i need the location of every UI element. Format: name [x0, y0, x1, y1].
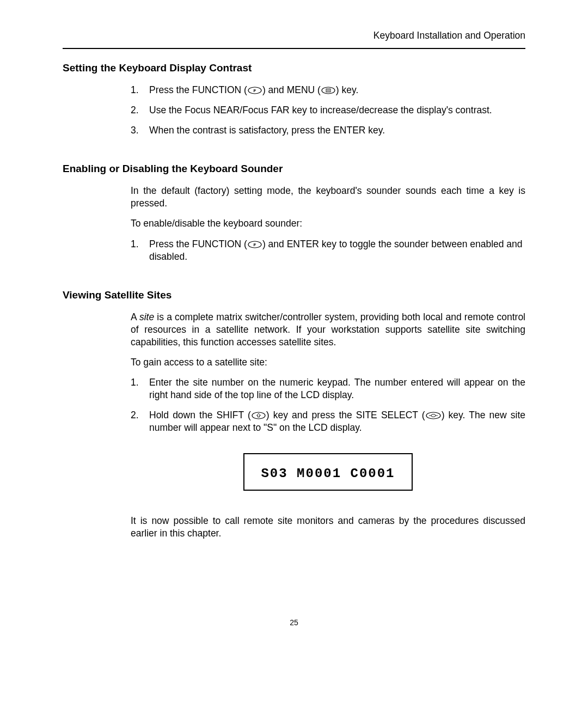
heading-satellite: Viewing Satellite Sites: [63, 289, 525, 301]
function-key-icon: F: [248, 241, 262, 248]
heading-sounder: Enabling or Disabling the Keyboard Sound…: [63, 163, 525, 175]
text: is a complete matrix switcher/controller…: [131, 312, 525, 347]
step-text: ) key.: [336, 84, 359, 95]
svg-point-9: [426, 412, 440, 419]
paragraph: To gain access to a satellite site:: [131, 356, 525, 369]
svg-point-10: [431, 414, 436, 417]
step-text: ) key and press the SITE SELECT (: [266, 410, 425, 420]
svg-point-2: [322, 87, 335, 94]
step-text: Press the FUNCTION (: [149, 239, 247, 249]
section-contrast: Setting the Keyboard Display Contrast Pr…: [63, 62, 525, 137]
function-key-icon: F: [248, 87, 262, 94]
paragraph: A site is a complete matrix switcher/con…: [131, 311, 525, 349]
step-text: ) and MENU (: [262, 84, 321, 95]
running-header: Keyboard Installation and Operation: [63, 30, 525, 49]
step-text: Hold down the SHIFT (: [149, 410, 251, 420]
svg-text:F: F: [253, 242, 256, 247]
menu-key-icon: [321, 87, 335, 94]
section-sounder: Enabling or Disabling the Keyboard Sound…: [63, 163, 525, 263]
list-item: Enter the site number on the numeric key…: [131, 376, 525, 401]
paragraph: In the default (factory) setting mode, t…: [131, 185, 525, 210]
section-satellite: Viewing Satellite Sites A site is a comp…: [63, 289, 525, 540]
term-site: site: [139, 312, 154, 322]
svg-rect-3: [326, 89, 330, 92]
paragraph: To enable/disable the keyboard sounder:: [131, 217, 525, 230]
list-item: Press the FUNCTION (F) and ENTER key to …: [131, 238, 525, 263]
lcd-display: S03 M0001 C0001: [243, 453, 412, 491]
step-text: Press the FUNCTION (: [149, 84, 247, 95]
list-item: Press the FUNCTION (F) and MENU () key.: [131, 84, 525, 96]
site-select-key-icon: [426, 412, 441, 419]
heading-contrast: Setting the Keyboard Display Contrast: [63, 62, 525, 74]
text: A: [131, 312, 139, 322]
list-item: Hold down the SHIFT () key and press the…: [131, 409, 525, 434]
list-item: When the contrast is satisfactory, press…: [131, 124, 525, 137]
svg-text:F: F: [253, 88, 256, 93]
shift-key-icon: [252, 412, 266, 419]
list-item: Use the Focus NEAR/Focus FAR key to incr…: [131, 104, 525, 117]
page-number: 25: [0, 618, 588, 627]
paragraph: It is now possible to call remote site m…: [131, 515, 525, 540]
